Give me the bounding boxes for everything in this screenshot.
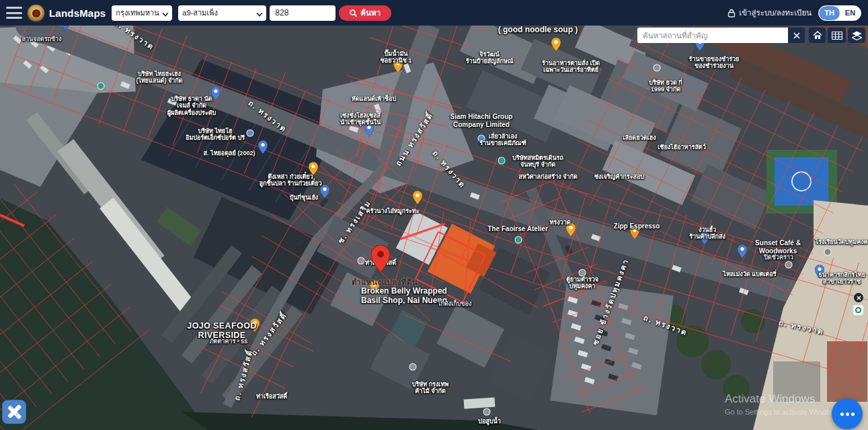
close-icon	[793, 32, 800, 39]
map-canvas[interactable]: Activate Windows Go to Settings to activ…	[0, 26, 868, 430]
map-poi-label[interactable]: บุ้นกี่ชุนเฮ้ง	[290, 194, 319, 201]
top-navbar: LandsMaps กรุงเทพมหานคร a9-สามเพ็ง ค้นหา…	[0, 0, 868, 26]
map-poi-label[interactable]: บริษัท กรุงเทพค้าไม้ จำกัด	[412, 381, 449, 395]
coffee-dot-icon[interactable]	[785, 261, 793, 269]
lang-toggle-en[interactable]: EN	[840, 6, 861, 20]
map-poi-label[interactable]: สหวิศาลก่อสร้าง จำกัด	[518, 173, 578, 180]
map-poi-label[interactable]: ตู้ยามตำรวจปทุมคงคา	[566, 276, 598, 290]
ruler-pencil-icon	[3, 400, 26, 423]
shop-pin-icon[interactable]	[258, 140, 268, 157]
streetview-toggle-button[interactable]	[853, 305, 863, 315]
map-poi-label[interactable]: บริษัท ฮวด กี่1999 จำกัด	[649, 79, 682, 93]
login-register-link[interactable]: เข้าสู่ระบบ/ลงทะเบียน	[727, 7, 812, 19]
layers-button[interactable]	[848, 28, 865, 43]
map-poi-label[interactable]: ร้านขายของชำร่วยของชำร่วยงาน	[689, 56, 740, 70]
province-select[interactable]: กรุงเทพมหานคร	[112, 5, 172, 21]
map-poi-label[interactable]: บริษัท ไทยโฮอิมปอร์ตเอ็กซ์ปอร์ต ปรี	[186, 128, 245, 142]
map-poi-label[interactable]: ตึงเหล่า ก๋วยเตี๋ยวลูกชิ้นปลา ร้านก๋วยเต…	[259, 173, 321, 187]
map-poi-label[interactable]: บริษัท ธาดา นัดเจมส์ จำกัดผู้ผลิตเครื่อง…	[167, 95, 216, 116]
province-select-value: กรุงเทพมหานคร	[116, 7, 159, 19]
map-poi-label[interactable]: The Faoirse Atelier	[487, 225, 548, 233]
map-poi-label[interactable]: ปิดชั่วคราว	[764, 254, 793, 261]
restaurant-pin-icon[interactable]	[551, 38, 561, 54]
lock-icon	[727, 9, 736, 17]
map-poi-label[interactable]: จิรวัฒน์ร้านป้ายสัญลักษณ์	[466, 51, 514, 65]
search-icon	[350, 9, 357, 17]
parcel-grid-button[interactable]	[828, 28, 846, 43]
map-poi-label[interactable]: ภัตตาคาร • $$	[210, 338, 248, 345]
gray-dot-icon[interactable]	[654, 64, 661, 72]
map-poi-label[interactable]: เลี่ยวล้าเองร้านขายเคมีภัณฑ์	[479, 133, 526, 147]
map-poi-label[interactable]: ทรงวาด	[549, 219, 570, 226]
blue-dot-icon[interactable]	[247, 130, 254, 137]
login-register-label: เข้าสู่ระบบ/ลงทะเบียน	[739, 7, 812, 19]
gray-dot-icon[interactable]	[358, 257, 365, 265]
parcel-marker-icon[interactable]	[371, 245, 390, 275]
chat-button[interactable]	[832, 398, 863, 429]
ellipsis-icon	[840, 413, 844, 416]
search-button[interactable]: ค้นหา	[339, 5, 391, 21]
streetview-icon	[855, 307, 861, 313]
map-poi-label[interactable]: ครัวนางไอ๋หมูกระทะ	[366, 208, 419, 214]
district-select-value: a9-สามเพ็ง	[182, 7, 253, 19]
map-poi-label[interactable]: บริษัทสหมิตรเดินรถจันทบุรี จำกัด	[512, 155, 563, 169]
map-poi-label[interactable]: บ่อสูบน้ำ	[478, 418, 501, 425]
clear-search-button[interactable]	[788, 28, 805, 43]
layers-icon	[852, 31, 862, 40]
lang-toggle-th[interactable]: TH	[819, 6, 840, 20]
map-poi-label[interactable]: เลียดฮวดเฮง	[623, 134, 656, 141]
restaurant-pin-icon[interactable]	[413, 191, 422, 207]
mini-close-button[interactable]	[854, 293, 863, 302]
school-dot-icon[interactable]	[824, 249, 832, 256]
district-select[interactable]: a9-สามเพ็ง	[178, 5, 266, 21]
map-poi-label[interactable]: ซ่งเจริญค้ากระสอบ	[594, 173, 644, 180]
map-poi-label[interactable]: หัดแลนด์เพ้าช็อป	[352, 95, 396, 102]
parcel-number-input[interactable]	[270, 5, 336, 21]
map-poi-label[interactable]: เซ่งชั่งโฮลเซลส์นำเข้าชุดชั้นใน	[340, 112, 381, 126]
map-poi-label[interactable]: ปั๊มน้ำมันซอยวานิช 1	[381, 50, 412, 64]
measure-tools-button[interactable]	[2, 400, 26, 424]
chevron-down-icon	[257, 10, 262, 15]
map-poi-label[interactable]: ง่วนฮั้วร้านค้าปลีกส่ง	[689, 226, 725, 241]
teal-dot-icon[interactable]	[97, 83, 105, 90]
map-poi-label[interactable]: ธนาคารกสิกรไทยสาขาเยาวราช	[818, 271, 865, 286]
map-poi-label[interactable]: โกดังเก็บของ	[438, 300, 472, 307]
map-poi-label[interactable]: ( good noodle soup )	[498, 26, 578, 35]
map-poi-label[interactable]: ไหลเม่งวัด แบตเตอรี่	[723, 271, 776, 277]
app-title: LandsMaps	[49, 7, 106, 19]
teal-dot-icon[interactable]	[498, 157, 506, 165]
satellite-imagery	[0, 26, 868, 430]
shop-pin-icon[interactable]	[738, 245, 747, 261]
map-poi-label[interactable]: ร้านอาหารตามสั่ง เปิดเฉพาะวันเสาร์อาทิตย…	[542, 60, 600, 74]
shop-pin-icon[interactable]	[320, 185, 329, 201]
teal-dot-icon[interactable]	[515, 236, 522, 244]
map-poi-label[interactable]: ส. ไทยอดุลย์ (2002)	[204, 150, 255, 157]
home-button[interactable]	[809, 28, 826, 43]
home-icon	[813, 31, 822, 40]
map-poi-label[interactable]: Siam Hitachi GroupCompany Limited	[450, 113, 513, 128]
close-icon	[857, 296, 861, 300]
map-poi-label[interactable]: Broken Belly WrappedBasil Shop, Nai Nuen…	[361, 287, 447, 306]
search-button-label: ค้นหา	[360, 7, 381, 19]
map-poi-label[interactable]: บริษัท ไทยฮะเฮง(ไทยแลนด์) จำกัด	[136, 71, 182, 85]
map-poi-label[interactable]: โรงเรียนวัดปทุมคงคา	[815, 239, 868, 245]
department-of-lands-logo-icon	[27, 4, 45, 22]
map-poi-label[interactable]: ลานจอดรถข้าง	[22, 36, 61, 42]
map-poi-label[interactable]: เชียงไฮ้อาหารสัตว์	[658, 144, 706, 150]
chevron-down-icon	[163, 10, 168, 15]
gray-dot-icon[interactable]	[409, 363, 417, 371]
place-search-bar	[637, 28, 805, 43]
parking-pin-icon[interactable]: P	[61, 26, 70, 34]
place-search-input[interactable]	[637, 28, 788, 43]
map-poi-label[interactable]: Zipp Espresso	[614, 222, 660, 230]
hamburger-menu-icon[interactable]	[6, 7, 22, 19]
grid-icon	[832, 32, 842, 40]
map-poi-label[interactable]: Sunset Café &Woodworks	[755, 239, 801, 255]
gray-dot-icon[interactable]	[483, 408, 491, 416]
map-poi-label[interactable]: ท่าเรือสวัสดิ์	[256, 393, 287, 400]
language-toggle: TH EN	[818, 5, 861, 21]
